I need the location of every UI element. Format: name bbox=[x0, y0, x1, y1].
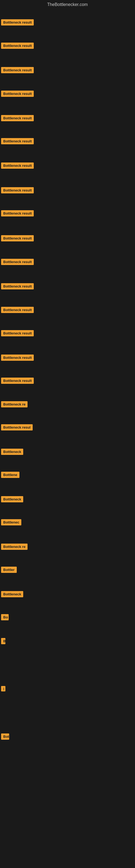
bottleneck-item: Bottleneck result bbox=[1, 210, 34, 218]
bottleneck-badge: Bottleneck bbox=[1, 496, 23, 502]
bottleneck-item: Bottleneck result bbox=[1, 138, 34, 145]
bottleneck-badge: Bottleneck resul bbox=[1, 424, 33, 431]
bottleneck-item: Bottleneck resul bbox=[1, 424, 33, 432]
bottleneck-item: Bottleneck result bbox=[1, 354, 34, 362]
bottleneck-badge: Bottleneck re bbox=[1, 401, 28, 407]
bottleneck-item: Bottlene bbox=[1, 472, 19, 479]
bottleneck-item: Bo bbox=[1, 614, 9, 621]
bottleneck-badge: Bottlene bbox=[1, 472, 19, 478]
bottleneck-badge: Bottleneck result bbox=[1, 283, 34, 289]
bottleneck-badge-tiny: | bbox=[1, 686, 5, 691]
bottleneck-badge: Bottleneck result bbox=[1, 67, 34, 73]
bottleneck-badge: Bottleneck result bbox=[1, 307, 34, 313]
bottleneck-item: Bottleneck result bbox=[1, 19, 34, 27]
bottleneck-item: Bottleneck result bbox=[1, 283, 34, 290]
bottleneck-item: Bot bbox=[1, 734, 9, 741]
bottleneck-badge: Bottleneck result bbox=[1, 138, 34, 144]
bottleneck-badge: B bbox=[1, 638, 5, 644]
bottleneck-item: Bottleneck result bbox=[1, 67, 34, 74]
bottleneck-item: Bottlenec bbox=[1, 519, 21, 527]
bottleneck-badge: Bot bbox=[1, 734, 9, 740]
bottleneck-badge: Bottleneck result bbox=[1, 354, 34, 361]
bottleneck-badge: Bottleneck bbox=[1, 448, 23, 455]
bottleneck-badge: Bottleneck result bbox=[1, 162, 34, 169]
bottleneck-badge: Bottleneck result bbox=[1, 187, 34, 193]
bottleneck-item: Bottleneck result bbox=[1, 307, 34, 314]
bottleneck-item: Bottleneck result bbox=[1, 115, 34, 122]
bottleneck-item: Bottleneck bbox=[1, 448, 23, 456]
bottleneck-item: Bottleneck result bbox=[1, 187, 34, 194]
bottleneck-item: Bottleneck result bbox=[1, 330, 34, 337]
bottleneck-badge: Bottleneck result bbox=[1, 19, 34, 26]
bottleneck-badge: Bottleneck result bbox=[1, 115, 34, 121]
bottleneck-badge: Bottleneck result bbox=[1, 378, 34, 384]
bottleneck-badge: Bo bbox=[1, 614, 9, 620]
bottleneck-badge: Bottleneck result bbox=[1, 210, 34, 216]
bottleneck-item-tiny: | bbox=[1, 686, 5, 692]
bottleneck-item: Bottleneck result bbox=[1, 235, 34, 243]
bottleneck-badge: Bottleneck bbox=[1, 591, 23, 597]
bottleneck-badge: Bottlenec bbox=[1, 519, 21, 525]
bottleneck-item: B bbox=[1, 638, 5, 645]
bottleneck-badge: Bottleneck result bbox=[1, 330, 34, 336]
bottleneck-badge: Bottler bbox=[1, 567, 17, 573]
bottleneck-item: Bottler bbox=[1, 567, 17, 574]
bottleneck-badge: Bottleneck result bbox=[1, 235, 34, 241]
bottleneck-item: Bottleneck result bbox=[1, 91, 34, 98]
bottleneck-badge: Bottleneck result bbox=[1, 91, 34, 97]
bottleneck-badge: Bottleneck result bbox=[1, 42, 34, 49]
bottleneck-badge: Bottleneck re bbox=[1, 544, 28, 550]
bottleneck-item: Bottleneck result bbox=[1, 259, 34, 266]
site-title: TheBottlenecker.com bbox=[0, 0, 135, 9]
bottleneck-badge: Bottleneck result bbox=[1, 259, 34, 265]
bottleneck-item: Bottleneck result bbox=[1, 162, 34, 170]
bottleneck-item: Bottleneck bbox=[1, 591, 23, 598]
bottleneck-item: Bottleneck result bbox=[1, 378, 34, 385]
bottleneck-item: Bottleneck re bbox=[1, 544, 28, 551]
bottleneck-item: Bottleneck re bbox=[1, 401, 28, 408]
bottleneck-item: Bottleneck bbox=[1, 496, 23, 503]
bottleneck-item: Bottleneck result bbox=[1, 42, 34, 50]
